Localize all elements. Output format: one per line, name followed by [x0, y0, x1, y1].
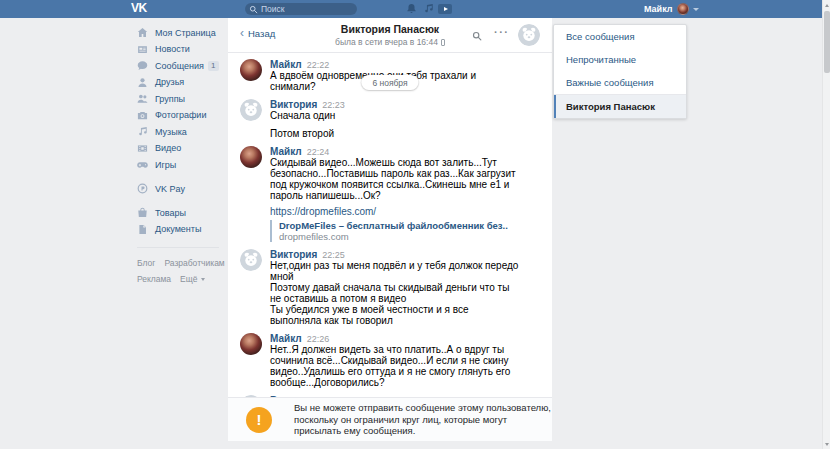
global-search-input[interactable] — [245, 3, 357, 15]
more-actions-icon[interactable]: ··· — [494, 26, 510, 38]
music-icon[interactable] — [423, 3, 434, 14]
message: Майкл22:26Нет..Я должен видеть за что пл… — [228, 329, 552, 391]
sidebar-item-messages[interactable]: Сообщения1 — [137, 60, 219, 71]
avatar[interactable] — [240, 146, 262, 168]
sidebar-item-home[interactable]: Моя Страница — [137, 27, 219, 38]
warning-text: Вы не можете отправить сообщение этому п… — [294, 402, 552, 437]
top-navbar: VK Майкл — [0, 0, 822, 18]
message-list: Майкл22:22А вдвоём одновременно они тебя… — [228, 55, 552, 420]
footer-link[interactable]: Блог — [137, 258, 155, 268]
dropdown-item-selected-dialog[interactable]: Виктория Панасюк — [554, 95, 686, 118]
avatar[interactable] — [240, 333, 262, 355]
music-note-icon — [137, 126, 148, 137]
message: Виктория22:23Сначала одинПотом второй — [228, 95, 552, 142]
play-icon — [444, 7, 448, 11]
avatar[interactable] — [240, 59, 262, 81]
sidebar-item-vkpay[interactable]: VK Pay — [137, 183, 219, 194]
sidebar-item-label: Документы — [155, 224, 201, 234]
sidebar-item-label: Товары — [155, 208, 186, 218]
avatar-dog-placeholder[interactable] — [240, 99, 262, 121]
market-icon — [137, 207, 148, 218]
dropdown-item[interactable]: Важные сообщения — [554, 71, 686, 94]
user-name: Майкл — [644, 4, 672, 14]
scroll-down-arrow[interactable] — [823, 439, 830, 449]
sidebar-item-market[interactable]: Товары — [137, 207, 219, 218]
message-link[interactable]: https://dropmefiles.com/ — [270, 206, 522, 217]
games-icon — [137, 159, 148, 170]
sidebar-item-video[interactable]: Видео — [137, 143, 219, 154]
dropdown-item[interactable]: Непрочитанные — [554, 48, 686, 71]
messages-filter-dropdown: Все сообщенияНепрочитанныеВажные сообщен… — [553, 24, 687, 119]
scrollbar-thumb[interactable] — [824, 11, 830, 73]
conversation-panel: ‹Назад Виктория Панасюк была в сети вчер… — [228, 18, 552, 441]
message-body: Виктория22:23Сначала одинПотом второй — [270, 99, 540, 139]
message-area: 6 ноября Майкл22:22А вдвоём одновременно… — [228, 53, 552, 420]
sidebar-items: Моя СтраницаНовостиСообщения1ДрузьяГрупп… — [137, 27, 219, 235]
cannot-send-warning: ! Вы не можете отправить сообщение этому… — [228, 397, 552, 441]
back-button[interactable]: ‹Назад — [240, 28, 275, 39]
sidebar-item-groups[interactable]: Группы — [137, 93, 219, 104]
video-player-icon[interactable] — [438, 4, 452, 14]
footer-link[interactable]: Разработчикам — [164, 258, 224, 268]
message-text: Скидывай видео...Можешь сюда вот залить.… — [270, 157, 522, 201]
sidebar-item-label: VK Pay — [155, 184, 185, 194]
sidebar-item-friends[interactable]: Друзья — [137, 77, 219, 88]
date-separator: 6 ноября — [361, 75, 418, 90]
bell-icon[interactable] — [406, 3, 417, 14]
mobile-icon — [441, 39, 445, 46]
sidebar-item-documents[interactable]: Документы — [137, 224, 219, 235]
attachment-domain: dropmefiles.com — [279, 231, 540, 242]
sidebar-item-games[interactable]: Игры — [137, 159, 219, 170]
sidebar-item-photos[interactable]: Фотографии — [137, 110, 219, 121]
attachment-title[interactable]: DropMeFiles – бесплатный файлообменник б… — [279, 220, 524, 231]
message-body: Виктория22:25Нет,один раз ты меня подвёл… — [270, 249, 540, 326]
scroll-up-arrow[interactable] — [823, 0, 830, 10]
message-text: Нет..Я должен видеть за что платить..А о… — [270, 344, 522, 388]
browser-scrollbar[interactable] — [822, 0, 830, 449]
sender-name[interactable]: Майкл — [270, 59, 302, 70]
sidebar-menu: Моя СтраницаНовостиСообщения1ДрузьяГрупп… — [137, 27, 219, 290]
dropdown-item[interactable]: Все сообщения — [554, 25, 686, 48]
peer-avatar[interactable] — [518, 24, 540, 46]
sidebar-footer: БлогРазработчикамРекламаЕщё — [137, 258, 219, 284]
sidebar-item-news[interactable]: Новости — [137, 44, 219, 55]
message-time: 22:23 — [322, 100, 345, 110]
footer-link[interactable]: Ещё — [180, 274, 204, 284]
user-menu[interactable]: Майкл — [644, 0, 699, 18]
groups-icon — [137, 93, 148, 104]
message-time: 22:24 — [307, 147, 330, 157]
sender-name[interactable]: Виктория — [270, 99, 317, 110]
chevron-down-icon — [201, 278, 205, 281]
message: Виктория22:25Нет,один раз ты меня подвёл… — [228, 245, 552, 329]
sender-name[interactable]: Майкл — [270, 333, 302, 344]
sidebar-item-label: Сообщения — [155, 61, 204, 71]
message: Майкл22:24Скидывай видео...Можешь сюда в… — [228, 142, 552, 245]
footer-links-row: БлогРазработчикам — [137, 258, 219, 268]
news-icon — [137, 44, 148, 55]
conversation-title[interactable]: Виктория Панасюк — [288, 23, 492, 35]
message-time: 22:22 — [307, 60, 330, 70]
home-icon — [137, 27, 148, 38]
sidebar-item-label: Музыка — [155, 127, 187, 137]
chevron-down-icon — [693, 8, 699, 11]
message-time: 22:25 — [322, 250, 345, 260]
link-attachment-card[interactable]: DropMeFiles – бесплатный файлообменник б… — [270, 220, 540, 242]
conversation-search-icon[interactable] — [472, 31, 482, 41]
footer-link[interactable]: Реклама — [137, 274, 171, 284]
footer-links-row: РекламаЕщё — [137, 274, 219, 284]
sidebar-item-music-note[interactable]: Музыка — [137, 126, 219, 137]
sidebar-item-label: Видео — [155, 143, 181, 153]
user-avatar — [677, 3, 689, 15]
sidebar-item-label: Моя Страница — [155, 28, 216, 38]
vk-logo[interactable]: VK — [131, 1, 147, 15]
sender-name[interactable]: Виктория — [270, 249, 317, 260]
avatar-dog-placeholder[interactable] — [240, 249, 262, 271]
unread-count-badge: 1 — [208, 61, 219, 71]
sender-name[interactable]: Майкл — [270, 146, 302, 157]
documents-icon — [137, 224, 148, 235]
video-icon — [137, 143, 148, 154]
sidebar-item-label: Группы — [155, 94, 185, 104]
sidebar-item-label: Игры — [155, 160, 176, 170]
conversation-header: ‹Назад Виктория Панасюк была в сети вчер… — [228, 18, 552, 53]
sidebar-item-label: Фотографии — [155, 110, 206, 120]
